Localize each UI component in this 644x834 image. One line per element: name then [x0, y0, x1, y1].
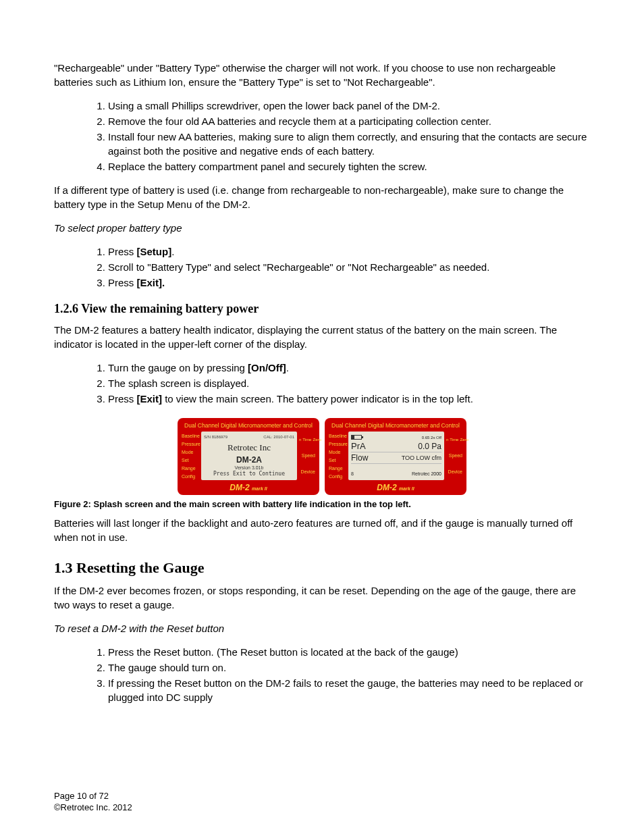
device-left-labels: Baseline Pressure Mode Set Range Config [329, 432, 346, 480]
batteries-longer-paragraph: Batteries will last longer if the backli… [54, 516, 590, 544]
list-item: Scroll to "Battery Type" and select "Rec… [108, 260, 590, 274]
section-1-2-6-heading: 1.2.6 View the remaining battery power [54, 302, 590, 316]
list-item: Press [Exit]. [108, 276, 590, 290]
list-item: The gauge should turn on. [108, 660, 590, 675]
device-splash: Dual Channel Digital Micromanometer and … [178, 418, 319, 495]
page-number: Page 10 of 72 [54, 791, 132, 802]
select-battery-heading: To select proper battery type [54, 221, 590, 235]
intro-paragraph: "Rechargeable" under "Battery Type" othe… [54, 61, 590, 89]
device-title: Dual Channel Digital Micromanometer and … [329, 422, 462, 429]
section-1-2-6-paragraph: The DM-2 features a battery health indic… [54, 323, 590, 351]
section-1-3-heading: 1.3 Resetting the Gauge [54, 559, 590, 577]
after-steps-paragraph: If a different type of battery is used (… [54, 183, 590, 211]
list-item: Press [Exit] to view the main screen. Th… [108, 392, 590, 406]
battery-replace-steps: Using a small Phillips screwdriver, open… [54, 99, 590, 174]
list-item: The splash screen is displayed. [108, 376, 590, 390]
select-battery-steps: Press [Setup]. Scroll to "Battery Type" … [54, 244, 590, 290]
figure-2: Dual Channel Digital Micromanometer and … [54, 418, 590, 495]
figure-caption: Figure 2: Splash screen and the main scr… [54, 499, 590, 509]
list-item: Install four new AA batteries, making su… [108, 130, 590, 158]
list-item: Replace the battery compartment panel an… [108, 159, 590, 174]
list-item: Press [Setup]. [108, 244, 590, 259]
device-title: Dual Channel Digital Micromanometer and … [182, 422, 315, 429]
device-left-labels: Baseline Pressure Mode Set Range Config [182, 432, 199, 480]
list-item: Remove the four old AA batteries and rec… [108, 114, 590, 128]
device-right-labels: nTimeZero Speed Device [446, 432, 462, 480]
list-item: If pressing the Reset button on the DM-2… [108, 676, 590, 704]
device-main: Dual Channel Digital Micromanometer and … [325, 418, 466, 495]
device-footer: DM-2 mark II [329, 483, 462, 492]
page-footer: Page 10 of 72 ©Retrotec Inc. 2012 [54, 791, 132, 814]
list-item: Using a small Phillips screwdriver, open… [108, 99, 590, 113]
view-battery-steps: Turn the gauge on by pressing [On/Off]. … [54, 361, 590, 406]
battery-icon [351, 435, 362, 440]
main-screen: 0.65 2s Off PrA0.0 Pa FlowTOO LOW cfm 8R… [348, 432, 444, 480]
list-item: Press the Reset button. (The Reset butto… [108, 645, 590, 659]
copyright: ©Retrotec Inc. 2012 [54, 802, 132, 814]
device-footer: DM-2 mark II [182, 483, 315, 492]
section-1-3-paragraph: If the DM-2 ever becomes frozen, or stop… [54, 583, 590, 612]
list-item: Turn the gauge on by pressing [On/Off]. [108, 361, 590, 375]
splash-screen: S/N 8186979CAL: 2010-07-01 Retrotec Inc … [201, 432, 297, 480]
page: "Rechargeable" under "Battery Type" othe… [0, 0, 644, 834]
device-right-labels: nTimeZero Speed Device [299, 432, 315, 480]
reset-steps: Press the Reset button. (The Reset butto… [54, 645, 590, 704]
reset-heading: To reset a DM-2 with the Reset button [54, 621, 590, 635]
